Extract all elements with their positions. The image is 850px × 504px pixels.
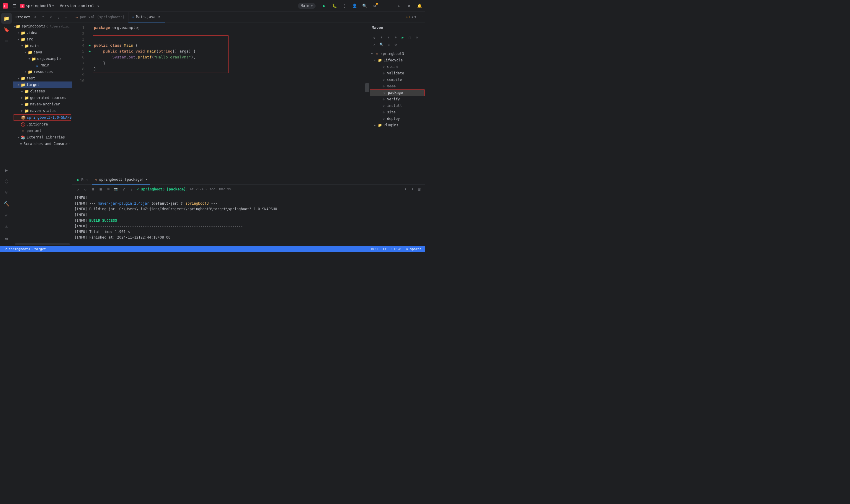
tree-item-generated-sources[interactable]: ▶ 📁 generated-sources bbox=[13, 94, 72, 101]
restart-icon[interactable]: ↻ bbox=[82, 186, 89, 193]
tree-item-scratches[interactable]: ≡ Scratches and Consoles bbox=[13, 141, 72, 147]
activity-todo-icon[interactable]: ✓ bbox=[1, 210, 12, 220]
sidebar-minimize-icon[interactable]: — bbox=[63, 14, 69, 20]
scroll-top-icon[interactable]: ⬆ bbox=[402, 186, 409, 193]
status-indent[interactable]: 4 spaces bbox=[405, 247, 423, 251]
maven-refresh-icon[interactable]: ↺ bbox=[371, 34, 378, 41]
activity-problems-icon[interactable]: ⚠ bbox=[1, 221, 12, 232]
code-editor[interactable]: 1 2 3 4 5 6 7 8 9 10 ▶ ▶ bbox=[72, 22, 369, 175]
code-content[interactable]: package org.example; public class Main {… bbox=[93, 22, 365, 175]
maven-item-install[interactable]: ⚙ install bbox=[369, 103, 425, 109]
maven-item-deploy[interactable]: ⚙ deploy bbox=[369, 115, 425, 122]
debug-button[interactable]: 🐛 bbox=[330, 2, 339, 10]
activity-project-icon[interactable]: 📁 bbox=[1, 13, 12, 24]
maven-item-verify[interactable]: ⚙ verify bbox=[369, 96, 425, 103]
maven-item-package[interactable]: ⚙ package bbox=[370, 89, 424, 96]
maven-search-icon[interactable]: 🔍 bbox=[378, 41, 385, 48]
tab-close-icon[interactable]: ✕ bbox=[146, 178, 147, 181]
pause-icon[interactable]: ⏸ bbox=[90, 186, 96, 193]
tree-item-pom[interactable]: m pom.xml bbox=[13, 128, 72, 134]
bottom-tab-run[interactable]: ▶ Run bbox=[74, 175, 91, 184]
maven-skip-icon[interactable]: ⊗ bbox=[414, 34, 420, 41]
restore-icon[interactable]: ⤤ bbox=[121, 186, 127, 193]
activity-debug-icon[interactable]: ⬡ bbox=[1, 176, 12, 186]
maximize-button[interactable]: ❐ bbox=[395, 2, 403, 10]
scroll-bottom-icon[interactable]: ⬇ bbox=[409, 186, 416, 193]
tree-item-maven-status[interactable]: ▶ 📁 maven-status bbox=[13, 107, 72, 114]
tab-more-icon[interactable]: ⋮ bbox=[419, 14, 425, 20]
tree-item-main[interactable]: ▼ 📁 main bbox=[13, 42, 72, 49]
maven-options-icon[interactable]: ≡ bbox=[385, 41, 392, 48]
tree-item-target[interactable]: ▼ 📁 target bbox=[13, 82, 72, 88]
maven-item-clean[interactable]: ⚙ clean bbox=[369, 64, 425, 70]
trash-icon[interactable]: 🗑 bbox=[416, 186, 423, 193]
maven-item-lifecycle[interactable]: ▼ 📁 Lifecycle bbox=[369, 57, 425, 64]
rerun-icon[interactable]: ↺ bbox=[74, 186, 81, 193]
tree-item-classes[interactable]: ▶ 📁 classes bbox=[13, 88, 72, 94]
minimize-button[interactable]: — bbox=[385, 2, 393, 10]
sidebar-close-icon[interactable]: ✕ bbox=[48, 14, 54, 20]
activity-plugin-icon[interactable]: m bbox=[1, 234, 12, 245]
eye-icon[interactable]: 👁 bbox=[105, 186, 112, 193]
status-line-ending[interactable]: LF bbox=[382, 247, 388, 251]
run-config[interactable]: Main ▼ bbox=[298, 3, 315, 9]
activity-build-icon[interactable]: 🔨 bbox=[1, 198, 12, 209]
run-class-icon[interactable]: ▶ bbox=[89, 42, 91, 49]
tree-item-gitignore[interactable]: 🚫 .gitignore bbox=[13, 121, 72, 128]
tree-item-ext-libs[interactable]: ▶ 📚 External Libraries bbox=[13, 134, 72, 141]
version-control-menu[interactable]: Version control ▼ bbox=[60, 3, 99, 8]
stop-icon[interactable]: ■ bbox=[97, 186, 104, 193]
screenshot-icon[interactable]: 📷 bbox=[113, 186, 119, 193]
notification-icon[interactable]: 🔔 bbox=[416, 0, 423, 12]
maven-item-compile[interactable]: ⚙ compile bbox=[369, 76, 425, 83]
status-branch[interactable]: ⎇ springboot3 › target bbox=[2, 247, 47, 251]
status-position[interactable]: 10:1 bbox=[369, 247, 379, 251]
scrollbar-thumb[interactable] bbox=[365, 83, 369, 92]
maven-download-icon[interactable]: ⬇ bbox=[378, 34, 385, 41]
run-main-icon[interactable]: ▶ bbox=[89, 49, 91, 54]
maven-item-springboot3[interactable]: ▼ m springboot3 bbox=[369, 51, 425, 57]
maven-close-icon[interactable]: ✕ bbox=[371, 41, 378, 48]
maven-item-plugins[interactable]: ▶ 📁 Plugins bbox=[369, 122, 425, 128]
activity-git-icon[interactable]: ⑂ bbox=[1, 187, 12, 198]
more-actions-button[interactable]: ⋮ bbox=[340, 2, 349, 10]
editor-scrollbar[interactable] bbox=[365, 22, 369, 175]
maven-add-icon[interactable]: + bbox=[392, 34, 399, 41]
tree-item-root[interactable]: ▶ 📁 springboot3 C:\Users\LiuZijian\IdeaP… bbox=[13, 23, 72, 30]
activity-bookmark-icon[interactable]: 🔖 bbox=[1, 24, 12, 35]
tree-item-main-java[interactable]: ☕ Main bbox=[13, 62, 72, 69]
profile-button[interactable]: 👤 bbox=[350, 2, 359, 10]
maven-settings-icon[interactable]: ⚙ bbox=[392, 41, 399, 48]
activity-more-icon[interactable]: ⋯ bbox=[1, 35, 12, 46]
hamburger-menu[interactable]: ☰ bbox=[11, 3, 18, 9]
run-button[interactable]: ▶ bbox=[320, 2, 329, 10]
close-button[interactable]: ✕ bbox=[405, 2, 413, 10]
tree-item-maven-archiver[interactable]: ▶ 📁 maven-archiver bbox=[13, 101, 72, 107]
settings-button[interactable]: ⚙ bbox=[370, 2, 379, 10]
maven-item-test[interactable]: ⚙ test bbox=[369, 83, 425, 89]
sidebar-collapse-icon[interactable]: ⌃ bbox=[40, 14, 46, 20]
tab-main-java[interactable]: ☕ Main.java ✕ bbox=[128, 12, 165, 22]
tree-item-test[interactable]: ▶ 📁 test bbox=[13, 75, 72, 82]
maven-run-icon[interactable]: ▶ bbox=[399, 34, 406, 41]
tree-item-resources[interactable]: ▶ 📁 resources bbox=[13, 69, 72, 75]
sidebar-scrollbar[interactable] bbox=[15, 243, 70, 245]
maven-stop-icon[interactable]: □ bbox=[406, 34, 413, 41]
sidebar-scope-icon[interactable]: ⊕ bbox=[32, 14, 39, 20]
bottom-tab-maven-run[interactable]: m springboot3 [package] ✕ bbox=[92, 175, 150, 184]
tab-close-icon[interactable]: ✕ bbox=[157, 15, 161, 19]
tree-item-src[interactable]: ▼ 📁 src bbox=[13, 36, 72, 42]
maven-upload-icon[interactable]: ⬆ bbox=[385, 34, 392, 41]
tree-item-java[interactable]: ▼ 📁 java bbox=[13, 49, 72, 55]
sidebar-gear-icon[interactable]: ⋮ bbox=[55, 14, 62, 20]
maven-item-site[interactable]: ⚙ site bbox=[369, 109, 425, 115]
maven-item-validate[interactable]: ⚙ validate bbox=[369, 70, 425, 76]
status-encoding[interactable]: UTF-8 bbox=[390, 247, 402, 251]
tree-item-org-example[interactable]: ▼ 📁 org.example bbox=[13, 55, 72, 62]
search-button[interactable]: 🔍 bbox=[361, 2, 369, 10]
more-icon[interactable]: ⋮ bbox=[128, 186, 134, 193]
tree-item-jar[interactable]: 📦 springboot3-1.0-SNAPSHOT.jar bbox=[14, 114, 71, 121]
activity-run-icon[interactable]: ▶ bbox=[1, 165, 12, 175]
tab-pom[interactable]: m pom.xml (springboot3) bbox=[72, 12, 128, 22]
tree-item-idea[interactable]: ▶ 📁 .idea bbox=[13, 30, 72, 36]
